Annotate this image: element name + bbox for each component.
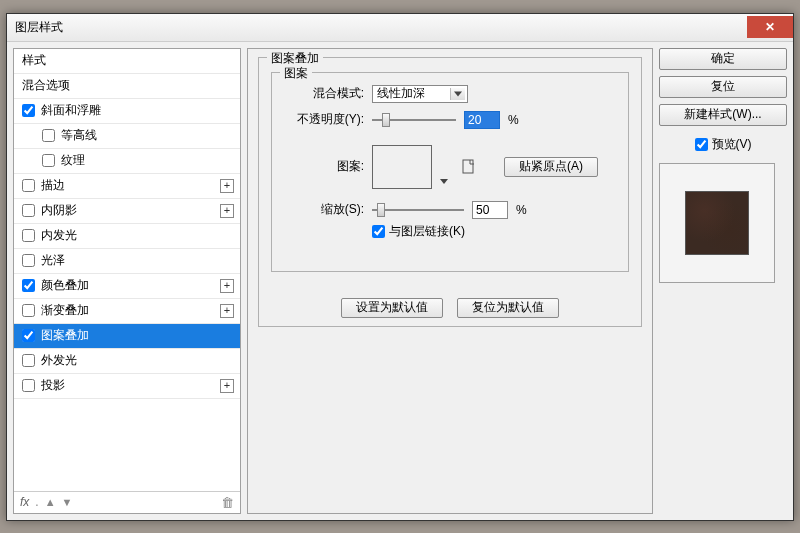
new-style-button[interactable]: 新建样式(W)... xyxy=(659,104,787,126)
close-icon: ✕ xyxy=(765,20,775,34)
style-checkbox[interactable] xyxy=(22,304,35,317)
style-checkbox[interactable] xyxy=(42,154,55,167)
style-checkbox[interactable] xyxy=(22,379,35,392)
titlebar[interactable]: 图层样式 ✕ xyxy=(7,14,793,42)
sidebar-item-label: 描边 xyxy=(41,177,65,194)
sidebar-item-label: 颜色叠加 xyxy=(41,277,89,294)
blend-mode-value: 线性加深 xyxy=(377,85,425,102)
sidebar-footer: fx . ▲ ▼ 🗑 xyxy=(14,491,240,513)
sidebar-item-12[interactable]: 外发光 xyxy=(14,349,240,374)
opacity-input[interactable]: 20 xyxy=(464,111,500,129)
sidebar-item-label: 外发光 xyxy=(41,352,77,369)
snap-origin-button[interactable]: 贴紧原点(A) xyxy=(504,157,598,177)
scale-label: 缩放(S): xyxy=(308,201,364,218)
sidebar-item-label: 等高线 xyxy=(61,127,97,144)
style-checkbox[interactable] xyxy=(22,104,35,117)
sidebar-item-label: 纹理 xyxy=(61,152,85,169)
dialog-body: 样式混合选项斜面和浮雕等高线纹理描边+内阴影+内发光光泽颜色叠加+渐变叠加+图案… xyxy=(7,42,793,520)
add-effect-icon[interactable]: + xyxy=(220,304,234,318)
sidebar-item-11[interactable]: 图案叠加 xyxy=(14,324,240,349)
trash-icon[interactable]: 🗑 xyxy=(221,495,234,510)
blend-mode-label: 混合模式: xyxy=(300,85,364,102)
sidebar-item-label: 混合选项 xyxy=(22,77,70,94)
sidebar-item-0[interactable]: 样式 xyxy=(14,49,240,74)
window-title: 图层样式 xyxy=(15,19,747,36)
move-down-icon[interactable]: ▼ xyxy=(62,496,73,508)
scale-input[interactable]: 50 xyxy=(472,201,508,219)
add-effect-icon[interactable]: + xyxy=(220,204,234,218)
sidebar-item-label: 斜面和浮雕 xyxy=(41,102,101,119)
sidebar-item-3[interactable]: 等高线 xyxy=(14,124,240,149)
layer-style-dialog: 图层样式 ✕ 样式混合选项斜面和浮雕等高线纹理描边+内阴影+内发光光泽颜色叠加+… xyxy=(6,13,794,521)
sidebar-item-label: 图案叠加 xyxy=(41,327,89,344)
style-checkbox[interactable] xyxy=(22,279,35,292)
chevron-down-icon xyxy=(440,179,448,184)
pattern-dropdown[interactable] xyxy=(440,173,452,187)
sidebar-item-8[interactable]: 光泽 xyxy=(14,249,240,274)
pattern-inner-group: 图案 混合模式: 线性加深 不透明度(Y): xyxy=(271,72,629,272)
reset-button[interactable]: 复位 xyxy=(659,76,787,98)
pattern-overlay-group: 图案叠加 图案 混合模式: 线性加深 不透明度(Y): xyxy=(258,57,642,327)
sidebar-item-13[interactable]: 投影+ xyxy=(14,374,240,399)
sidebar-item-4[interactable]: 纹理 xyxy=(14,149,240,174)
style-checkbox[interactable] xyxy=(22,204,35,217)
scale-percent: % xyxy=(516,203,527,217)
new-preset-icon[interactable] xyxy=(460,158,478,176)
close-button[interactable]: ✕ xyxy=(747,16,793,38)
sidebar-item-1[interactable]: 混合选项 xyxy=(14,74,240,99)
set-default-button[interactable]: 设置为默认值 xyxy=(341,298,443,318)
right-column: 确定 复位 新建样式(W)... 预览(V) xyxy=(659,48,787,514)
sidebar-item-5[interactable]: 描边+ xyxy=(14,174,240,199)
preview-box xyxy=(659,163,775,283)
style-checkbox[interactable] xyxy=(22,179,35,192)
sidebar-item-label: 光泽 xyxy=(41,252,65,269)
sidebar-item-label: 内阴影 xyxy=(41,202,77,219)
move-up-icon[interactable]: ▲ xyxy=(45,496,56,508)
sidebar-item-6[interactable]: 内阴影+ xyxy=(14,199,240,224)
opacity-label: 不透明度(Y): xyxy=(282,111,364,128)
scale-slider[interactable] xyxy=(372,209,464,211)
style-checkbox[interactable] xyxy=(22,329,35,342)
ok-button[interactable]: 确定 xyxy=(659,48,787,70)
fx-label[interactable]: fx xyxy=(20,495,29,509)
sidebar-item-7[interactable]: 内发光 xyxy=(14,224,240,249)
chevron-down-icon xyxy=(454,91,462,96)
sidebar-item-label: 内发光 xyxy=(41,227,77,244)
svg-rect-0 xyxy=(463,160,473,173)
style-checkbox[interactable] xyxy=(22,254,35,267)
link-with-layer-checkbox[interactable]: 与图层链接(K) xyxy=(372,223,465,240)
style-checkbox[interactable] xyxy=(22,229,35,242)
style-checkbox[interactable] xyxy=(22,354,35,367)
sidebar-item-label: 渐变叠加 xyxy=(41,302,89,319)
preview-checkbox[interactable]: 预览(V) xyxy=(695,136,752,153)
inner-title: 图案 xyxy=(280,65,312,82)
footer-dot-icon: . xyxy=(35,495,38,509)
styles-sidebar: 样式混合选项斜面和浮雕等高线纹理描边+内阴影+内发光光泽颜色叠加+渐变叠加+图案… xyxy=(13,48,241,514)
add-effect-icon[interactable]: + xyxy=(220,179,234,193)
style-checkbox[interactable] xyxy=(42,129,55,142)
pattern-label: 图案: xyxy=(330,158,364,175)
reset-default-button[interactable]: 复位为默认值 xyxy=(457,298,559,318)
sidebar-item-9[interactable]: 颜色叠加+ xyxy=(14,274,240,299)
sidebar-item-label: 样式 xyxy=(22,52,46,69)
preview-swatch xyxy=(685,191,749,255)
settings-panel: 图案叠加 图案 混合模式: 线性加深 不透明度(Y): xyxy=(247,48,653,514)
sidebar-item-2[interactable]: 斜面和浮雕 xyxy=(14,99,240,124)
add-effect-icon[interactable]: + xyxy=(220,379,234,393)
blend-mode-dropdown[interactable]: 线性加深 xyxy=(372,85,468,103)
opacity-slider[interactable] xyxy=(372,119,456,121)
opacity-percent: % xyxy=(508,113,519,127)
sidebar-item-label: 投影 xyxy=(41,377,65,394)
sidebar-item-10[interactable]: 渐变叠加+ xyxy=(14,299,240,324)
pattern-swatch[interactable] xyxy=(372,145,432,189)
styles-list: 样式混合选项斜面和浮雕等高线纹理描边+内阴影+内发光光泽颜色叠加+渐变叠加+图案… xyxy=(14,49,240,491)
add-effect-icon[interactable]: + xyxy=(220,279,234,293)
